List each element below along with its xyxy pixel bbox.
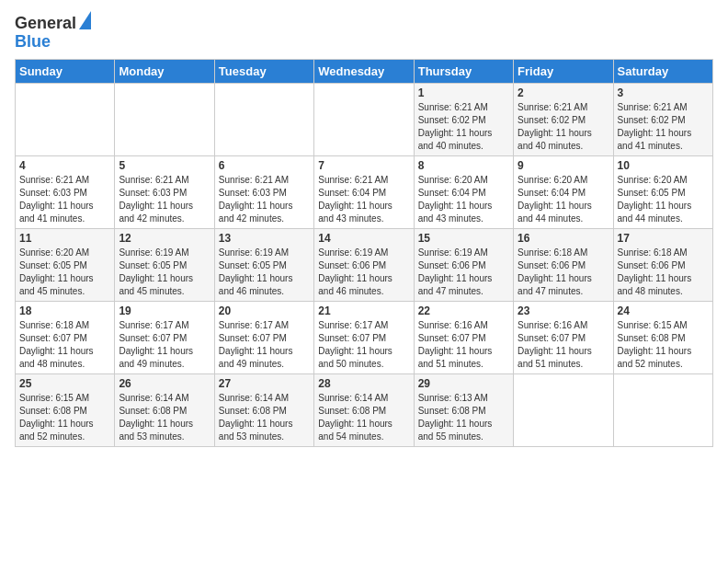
day-number: 23 bbox=[518, 304, 609, 317]
calendar-cell: 20Sunrise: 6:17 AM Sunset: 6:07 PM Dayli… bbox=[214, 301, 313, 373]
calendar-week-row: 25Sunrise: 6:15 AM Sunset: 6:08 PM Dayli… bbox=[16, 373, 713, 446]
calendar-week-row: 11Sunrise: 6:20 AM Sunset: 6:05 PM Dayli… bbox=[16, 228, 713, 301]
day-info: Sunrise: 6:19 AM Sunset: 6:06 PM Dayligh… bbox=[318, 247, 409, 298]
calendar-cell bbox=[214, 83, 313, 155]
calendar-cell: 4Sunrise: 6:21 AM Sunset: 6:03 PM Daylig… bbox=[16, 155, 115, 228]
calendar-cell: 21Sunrise: 6:17 AM Sunset: 6:07 PM Dayli… bbox=[314, 301, 414, 373]
day-number: 8 bbox=[418, 159, 509, 172]
day-number: 22 bbox=[418, 304, 509, 317]
day-number: 29 bbox=[418, 377, 509, 390]
day-number: 4 bbox=[19, 159, 110, 172]
calendar-cell: 29Sunrise: 6:13 AM Sunset: 6:08 PM Dayli… bbox=[414, 373, 513, 446]
calendar-cell: 10Sunrise: 6:20 AM Sunset: 6:05 PM Dayli… bbox=[613, 155, 712, 228]
day-number: 5 bbox=[119, 159, 210, 172]
logo-blue: Blue bbox=[15, 33, 91, 52]
day-number: 12 bbox=[119, 232, 210, 245]
calendar-week-row: 1Sunrise: 6:21 AM Sunset: 6:02 PM Daylig… bbox=[16, 83, 713, 155]
calendar-cell: 13Sunrise: 6:19 AM Sunset: 6:05 PM Dayli… bbox=[214, 228, 313, 301]
day-number: 2 bbox=[518, 86, 609, 99]
calendar-cell bbox=[314, 83, 414, 155]
logo-triangle-icon bbox=[79, 11, 91, 29]
day-number: 3 bbox=[618, 86, 709, 99]
day-number: 27 bbox=[219, 377, 310, 390]
calendar-cell: 9Sunrise: 6:20 AM Sunset: 6:04 PM Daylig… bbox=[514, 155, 613, 228]
day-number: 6 bbox=[219, 159, 310, 172]
day-info: Sunrise: 6:15 AM Sunset: 6:08 PM Dayligh… bbox=[618, 319, 709, 371]
weekday-header-sunday: Sunday bbox=[16, 59, 115, 83]
day-info: Sunrise: 6:17 AM Sunset: 6:07 PM Dayligh… bbox=[219, 319, 310, 371]
calendar-table: SundayMondayTuesdayWednesdayThursdayFrid… bbox=[15, 59, 713, 447]
day-info: Sunrise: 6:18 AM Sunset: 6:06 PM Dayligh… bbox=[518, 247, 609, 298]
calendar-cell: 28Sunrise: 6:14 AM Sunset: 6:08 PM Dayli… bbox=[314, 373, 414, 446]
calendar-cell bbox=[115, 83, 214, 155]
calendar-cell: 24Sunrise: 6:15 AM Sunset: 6:08 PM Dayli… bbox=[613, 301, 712, 373]
day-info: Sunrise: 6:20 AM Sunset: 6:04 PM Dayligh… bbox=[518, 174, 609, 225]
weekday-header-row: SundayMondayTuesdayWednesdayThursdayFrid… bbox=[16, 59, 713, 83]
page-header: General Blue bbox=[15, 15, 713, 52]
calendar-cell: 7Sunrise: 6:21 AM Sunset: 6:04 PM Daylig… bbox=[314, 155, 414, 228]
calendar-cell: 15Sunrise: 6:19 AM Sunset: 6:06 PM Dayli… bbox=[414, 228, 513, 301]
calendar-cell: 17Sunrise: 6:18 AM Sunset: 6:06 PM Dayli… bbox=[613, 228, 712, 301]
calendar-cell: 23Sunrise: 6:16 AM Sunset: 6:07 PM Dayli… bbox=[514, 301, 613, 373]
day-number: 13 bbox=[219, 232, 310, 245]
day-number: 19 bbox=[119, 304, 210, 317]
day-info: Sunrise: 6:17 AM Sunset: 6:07 PM Dayligh… bbox=[119, 319, 210, 371]
day-number: 7 bbox=[318, 159, 409, 172]
calendar-cell bbox=[613, 373, 712, 446]
calendar-cell: 19Sunrise: 6:17 AM Sunset: 6:07 PM Dayli… bbox=[115, 301, 214, 373]
calendar-cell: 14Sunrise: 6:19 AM Sunset: 6:06 PM Dayli… bbox=[314, 228, 414, 301]
calendar-cell: 12Sunrise: 6:19 AM Sunset: 6:05 PM Dayli… bbox=[115, 228, 214, 301]
day-number: 20 bbox=[219, 304, 310, 317]
calendar-cell: 3Sunrise: 6:21 AM Sunset: 6:02 PM Daylig… bbox=[613, 83, 712, 155]
day-number: 18 bbox=[19, 304, 110, 317]
day-info: Sunrise: 6:18 AM Sunset: 6:06 PM Dayligh… bbox=[618, 247, 709, 298]
day-info: Sunrise: 6:19 AM Sunset: 6:06 PM Dayligh… bbox=[418, 247, 509, 298]
calendar-cell: 6Sunrise: 6:21 AM Sunset: 6:03 PM Daylig… bbox=[214, 155, 313, 228]
day-number: 16 bbox=[518, 232, 609, 245]
day-info: Sunrise: 6:19 AM Sunset: 6:05 PM Dayligh… bbox=[119, 247, 210, 298]
day-info: Sunrise: 6:17 AM Sunset: 6:07 PM Dayligh… bbox=[318, 319, 409, 371]
day-info: Sunrise: 6:21 AM Sunset: 6:02 PM Dayligh… bbox=[418, 101, 509, 153]
day-info: Sunrise: 6:14 AM Sunset: 6:08 PM Dayligh… bbox=[318, 392, 409, 443]
day-info: Sunrise: 6:15 AM Sunset: 6:08 PM Dayligh… bbox=[19, 392, 110, 443]
logo-general: General bbox=[15, 15, 76, 33]
day-number: 28 bbox=[318, 377, 409, 390]
weekday-header-thursday: Thursday bbox=[414, 59, 513, 83]
calendar-cell: 5Sunrise: 6:21 AM Sunset: 6:03 PM Daylig… bbox=[115, 155, 214, 228]
calendar-cell: 25Sunrise: 6:15 AM Sunset: 6:08 PM Dayli… bbox=[16, 373, 115, 446]
day-info: Sunrise: 6:21 AM Sunset: 6:03 PM Dayligh… bbox=[119, 174, 210, 225]
calendar-cell: 16Sunrise: 6:18 AM Sunset: 6:06 PM Dayli… bbox=[514, 228, 613, 301]
weekday-header-monday: Monday bbox=[115, 59, 214, 83]
day-number: 1 bbox=[418, 86, 509, 99]
day-number: 21 bbox=[318, 304, 409, 317]
calendar-week-row: 4Sunrise: 6:21 AM Sunset: 6:03 PM Daylig… bbox=[16, 155, 713, 228]
day-number: 17 bbox=[618, 232, 709, 245]
day-number: 25 bbox=[19, 377, 110, 390]
calendar-cell: 26Sunrise: 6:14 AM Sunset: 6:08 PM Dayli… bbox=[115, 373, 214, 446]
weekday-header-friday: Friday bbox=[514, 59, 613, 83]
calendar-cell: 8Sunrise: 6:20 AM Sunset: 6:04 PM Daylig… bbox=[414, 155, 513, 228]
day-number: 9 bbox=[518, 159, 609, 172]
day-info: Sunrise: 6:21 AM Sunset: 6:02 PM Dayligh… bbox=[518, 101, 609, 153]
day-info: Sunrise: 6:21 AM Sunset: 6:03 PM Dayligh… bbox=[219, 174, 310, 225]
calendar-cell bbox=[16, 83, 115, 155]
day-number: 24 bbox=[618, 304, 709, 317]
logo: General Blue bbox=[15, 15, 91, 52]
day-info: Sunrise: 6:20 AM Sunset: 6:04 PM Dayligh… bbox=[418, 174, 509, 225]
day-info: Sunrise: 6:21 AM Sunset: 6:04 PM Dayligh… bbox=[318, 174, 409, 225]
calendar-cell: 2Sunrise: 6:21 AM Sunset: 6:02 PM Daylig… bbox=[514, 83, 613, 155]
calendar-cell: 18Sunrise: 6:18 AM Sunset: 6:07 PM Dayli… bbox=[16, 301, 115, 373]
calendar-cell bbox=[514, 373, 613, 446]
day-info: Sunrise: 6:19 AM Sunset: 6:05 PM Dayligh… bbox=[219, 247, 310, 298]
weekday-header-wednesday: Wednesday bbox=[314, 59, 414, 83]
day-number: 15 bbox=[418, 232, 509, 245]
day-info: Sunrise: 6:21 AM Sunset: 6:02 PM Dayligh… bbox=[618, 101, 709, 153]
weekday-header-saturday: Saturday bbox=[613, 59, 712, 83]
weekday-header-tuesday: Tuesday bbox=[214, 59, 313, 83]
calendar-cell: 11Sunrise: 6:20 AM Sunset: 6:05 PM Dayli… bbox=[16, 228, 115, 301]
day-info: Sunrise: 6:18 AM Sunset: 6:07 PM Dayligh… bbox=[19, 319, 110, 371]
day-number: 11 bbox=[19, 232, 110, 245]
day-number: 14 bbox=[318, 232, 409, 245]
day-number: 26 bbox=[119, 377, 210, 390]
day-info: Sunrise: 6:16 AM Sunset: 6:07 PM Dayligh… bbox=[518, 319, 609, 371]
